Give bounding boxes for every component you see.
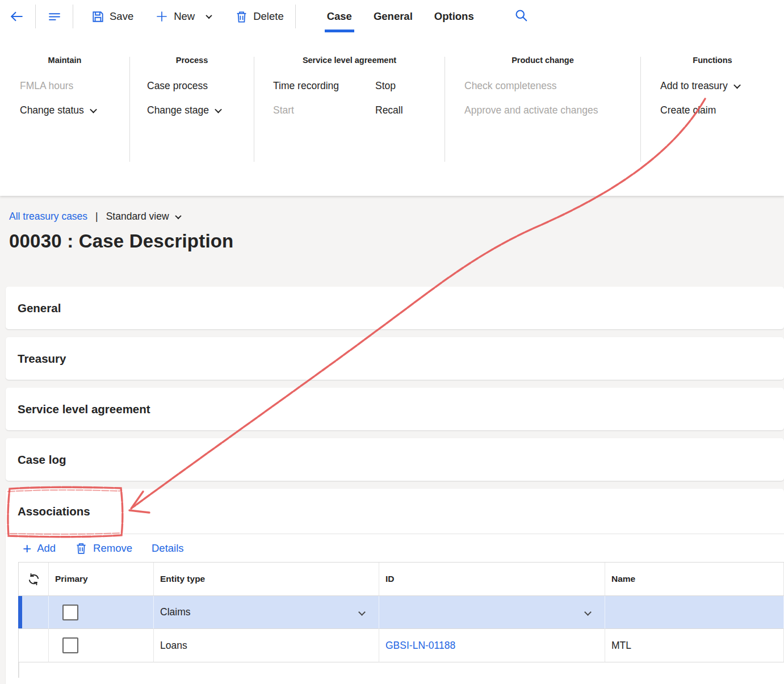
section-sla-title: Service level agreement bbox=[18, 402, 150, 416]
form-tabs: Case General Options bbox=[316, 0, 485, 33]
details-button[interactable]: Details bbox=[152, 542, 184, 555]
save-label: Save bbox=[110, 10, 133, 23]
refresh-icon[interactable] bbox=[26, 572, 41, 587]
name-header-label: Name bbox=[611, 574, 635, 584]
delete-label: Delete bbox=[253, 10, 283, 23]
section-case-log-title: Case log bbox=[18, 453, 66, 467]
command-bar: Save New Delete Case General Options bbox=[0, 0, 784, 196]
entity-type-value: Loans bbox=[160, 640, 187, 652]
stop-button[interactable]: Stop bbox=[375, 78, 403, 93]
change-stage-button[interactable]: Change stage bbox=[147, 103, 254, 118]
page-header: All treasury cases | Standard view 00030… bbox=[0, 196, 784, 287]
id-header-label: ID bbox=[385, 574, 395, 584]
ribbon-group-product-change: Product change Check completeness Approv… bbox=[445, 56, 640, 162]
toolbar: Save New Delete Case General Options bbox=[0, 0, 784, 33]
associations-toolbar: + Add Remove Details bbox=[6, 534, 784, 562]
section-general-title: General bbox=[18, 301, 61, 315]
name-cell bbox=[605, 596, 784, 629]
column-header-id[interactable]: ID bbox=[379, 563, 605, 596]
tab-options[interactable]: Options bbox=[432, 0, 476, 33]
group-title: Service level agreement bbox=[254, 56, 445, 65]
sitemap-menu-button[interactable] bbox=[44, 10, 65, 24]
delete-button[interactable]: Delete bbox=[235, 10, 283, 23]
plus-icon bbox=[155, 10, 169, 23]
change-status-label: Change status bbox=[20, 104, 84, 116]
form-content: All treasury cases | Standard view 00030… bbox=[0, 196, 784, 684]
chevron-down-icon bbox=[733, 81, 741, 89]
row-selector-cell[interactable] bbox=[19, 629, 49, 662]
section-general[interactable]: General bbox=[6, 287, 784, 329]
back-button[interactable] bbox=[6, 9, 27, 24]
hamburger-icon bbox=[47, 10, 61, 24]
column-header-primary[interactable]: Primary bbox=[49, 563, 154, 596]
refresh-column-header[interactable] bbox=[19, 563, 49, 596]
ribbon-group-functions: Functions Add to treasury Create claim bbox=[641, 56, 784, 162]
section-treasury-title: Treasury bbox=[18, 352, 66, 366]
associations-title: Associations bbox=[18, 505, 90, 518]
add-to-treasury-button[interactable]: Add to treasury bbox=[660, 78, 784, 93]
save-button[interactable]: Save bbox=[91, 10, 133, 23]
chevron-down-icon bbox=[215, 106, 222, 113]
ribbon-group-process: Process Case process Change stage bbox=[130, 56, 254, 162]
fmla-hours-button: FMLA hours bbox=[20, 78, 129, 93]
add-label: Add bbox=[37, 542, 56, 555]
entity-type-cell[interactable]: Loans bbox=[154, 629, 379, 662]
details-label: Details bbox=[152, 542, 184, 555]
name-cell: MTL bbox=[605, 629, 784, 662]
add-association-button[interactable]: + Add bbox=[23, 542, 56, 555]
change-stage-label: Change stage bbox=[147, 104, 209, 116]
save-icon bbox=[91, 10, 104, 23]
primary-checkbox[interactable] bbox=[62, 605, 78, 620]
column-header-name[interactable]: Name bbox=[605, 563, 784, 596]
chevron-down-icon bbox=[206, 12, 212, 19]
tab-case[interactable]: Case bbox=[325, 0, 354, 33]
remove-label: Remove bbox=[93, 542, 132, 555]
primary-cell bbox=[49, 629, 154, 662]
ribbon-group-maintain: Maintain FMLA hours Change status bbox=[0, 56, 129, 162]
chevron-down-icon[interactable] bbox=[584, 609, 592, 616]
new-button[interactable]: New bbox=[155, 10, 211, 23]
column-header-entity-type[interactable]: Entity type bbox=[154, 563, 379, 596]
change-status-button[interactable]: Change status bbox=[20, 103, 129, 118]
group-title: Maintain bbox=[0, 56, 129, 65]
row-selector-cell[interactable] bbox=[19, 596, 49, 629]
primary-header-label: Primary bbox=[55, 574, 88, 584]
time-recording-button[interactable]: Time recording bbox=[273, 78, 375, 93]
toolbar-divider bbox=[73, 5, 73, 28]
add-to-treasury-label: Add to treasury bbox=[660, 80, 728, 92]
view-selector[interactable]: Standard view bbox=[106, 211, 181, 223]
tab-general[interactable]: General bbox=[371, 0, 415, 33]
recall-button[interactable]: Recall bbox=[375, 103, 403, 118]
case-process-button[interactable]: Case process bbox=[147, 78, 254, 93]
primary-checkbox[interactable] bbox=[62, 637, 78, 653]
breadcrumb-link[interactable]: All treasury cases bbox=[9, 211, 87, 223]
app-window: Save New Delete Case General Options bbox=[0, 0, 784, 684]
remove-association-button[interactable]: Remove bbox=[75, 542, 132, 555]
back-arrow-icon bbox=[9, 9, 24, 24]
group-title: Product change bbox=[445, 56, 640, 65]
section-sla[interactable]: Service level agreement bbox=[6, 388, 784, 430]
id-cell[interactable] bbox=[379, 596, 605, 629]
chevron-down-icon[interactable] bbox=[358, 609, 366, 616]
toolbar-divider bbox=[295, 5, 296, 28]
check-completeness-button: Check completeness bbox=[464, 78, 640, 93]
section-case-log[interactable]: Case log bbox=[6, 438, 784, 481]
search-button[interactable] bbox=[514, 9, 529, 25]
create-claim-button[interactable]: Create claim bbox=[660, 103, 784, 118]
empty-grid-area bbox=[19, 662, 784, 678]
associations-header[interactable]: Associations bbox=[6, 489, 784, 534]
entity-type-cell[interactable]: Claims bbox=[154, 596, 379, 629]
entity-type-header-label: Entity type bbox=[160, 574, 205, 584]
plus-icon: + bbox=[23, 543, 31, 554]
entity-type-value: Claims bbox=[160, 606, 190, 618]
section-associations: Associations + Add Remove Details bbox=[6, 489, 784, 684]
trash-icon bbox=[235, 10, 248, 23]
section-treasury[interactable]: Treasury bbox=[6, 337, 784, 380]
group-title: Process bbox=[130, 56, 254, 65]
breadcrumb-separator: | bbox=[95, 211, 98, 223]
id-record-link[interactable]: GBSI-LN-01188 bbox=[385, 640, 455, 652]
page-title: 00030 : Case Description bbox=[9, 230, 784, 252]
search-icon bbox=[514, 9, 529, 25]
name-value: MTL bbox=[611, 640, 631, 652]
id-cell: GBSI-LN-01188 bbox=[379, 629, 605, 662]
